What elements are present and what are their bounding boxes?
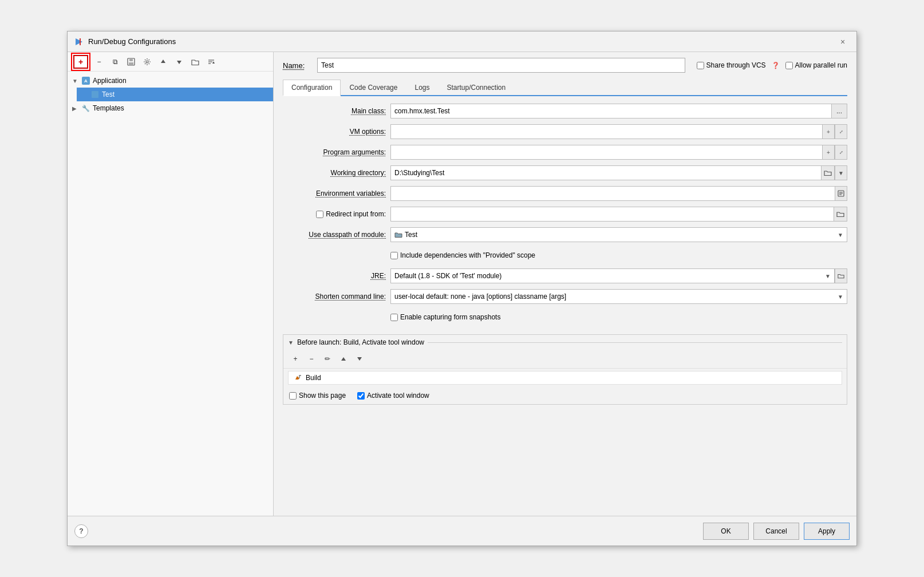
vm-options-input-wrapper: + ⤢: [390, 124, 847, 139]
allow-parallel-label[interactable]: Allow parallel run: [785, 61, 847, 69]
classpath-row: Use classpath of module: Test ▼: [283, 227, 847, 243]
before-launch-up-button[interactable]: [336, 352, 351, 366]
close-button[interactable]: ×: [836, 35, 850, 49]
activate-window-label[interactable]: Activate tool window: [357, 392, 429, 400]
program-args-row: Program arguments: + ⤢: [283, 144, 847, 160]
apply-button[interactable]: Apply: [804, 523, 850, 540]
main-class-row: Main class: ...: [283, 103, 847, 119]
tree-application-node[interactable]: ▼ A Application: [68, 74, 273, 88]
main-class-browse-button[interactable]: ...: [831, 104, 847, 118]
section-divider: [428, 342, 842, 343]
include-deps-label[interactable]: Include dependencies with "Provided" sco…: [390, 251, 535, 259]
program-args-label: Program arguments:: [283, 148, 386, 156]
templates-icon: 🔧: [81, 104, 90, 113]
jre-input-wrapper: Default (1.8 - SDK of 'Test' module) ▼: [390, 268, 847, 283]
shorten-cmd-row: Shorten command line: user-local default…: [283, 288, 847, 305]
vm-options-input[interactable]: [390, 124, 822, 139]
env-vars-row: Environment variables:: [283, 185, 847, 201]
classpath-dropdown-arrow: ▼: [838, 232, 843, 238]
env-vars-browse-button[interactable]: [835, 186, 847, 201]
working-dir-input[interactable]: [390, 165, 821, 180]
jre-row: JRE: Default (1.8 - SDK of 'Test' module…: [283, 268, 847, 284]
dialog-title: Run/Debug Configurations: [88, 37, 176, 46]
templates-label: Templates: [93, 104, 124, 112]
save-config-button[interactable]: [124, 55, 139, 69]
before-launch-arrow: ▼: [288, 339, 294, 346]
jre-browse-button[interactable]: [835, 268, 847, 283]
move-up-button[interactable]: [156, 55, 171, 69]
right-options: Share through VCS ❓ Allow parallel run: [697, 61, 847, 69]
env-vars-input[interactable]: [390, 186, 835, 201]
redirect-input-checkbox-label[interactable]: Redirect input from:: [283, 210, 386, 218]
show-page-label[interactable]: Show this page: [289, 392, 346, 400]
configuration-form: Main class: ... VM options: + ⤢: [283, 103, 847, 325]
help-button[interactable]: ?: [74, 524, 88, 538]
show-page-checkbox[interactable]: [289, 392, 297, 400]
redirect-input-browse-button[interactable]: [834, 207, 847, 222]
left-panel: + − ⧉: [68, 52, 274, 516]
config-tabs: Configuration Code Coverage Logs Startup…: [283, 80, 847, 96]
working-dir-dropdown-button[interactable]: ▼: [835, 165, 847, 180]
name-input[interactable]: [317, 58, 685, 73]
before-launch-edit-button[interactable]: ✏: [320, 352, 335, 366]
add-button-highlight: +: [71, 53, 90, 71]
ok-button[interactable]: OK: [703, 523, 749, 540]
config-tree: ▼ A Application Test ▶: [68, 72, 273, 516]
redirect-input-field[interactable]: [390, 207, 834, 222]
folder-button[interactable]: [188, 55, 203, 69]
activate-window-checkbox[interactable]: [357, 392, 365, 400]
redirect-input-checkbox[interactable]: [316, 211, 323, 218]
before-launch-add-button[interactable]: +: [288, 352, 303, 366]
application-label: Application: [93, 77, 127, 85]
tab-code-coverage[interactable]: Code Coverage: [341, 80, 406, 95]
classpath-dropdown[interactable]: Test ▼: [390, 227, 847, 242]
dialog-icon: [74, 37, 84, 46]
build-label: Build: [306, 374, 321, 382]
dialog-footer: ? OK Cancel Apply: [68, 516, 856, 546]
sort-button[interactable]: [204, 55, 219, 69]
tree-test-node[interactable]: Test: [77, 88, 273, 101]
add-config-button[interactable]: +: [73, 55, 88, 69]
vm-options-expand-button[interactable]: ⤢: [835, 124, 847, 139]
share-vcs-checkbox[interactable]: [697, 62, 704, 69]
before-launch-remove-button[interactable]: −: [304, 352, 319, 366]
program-args-add-button[interactable]: +: [822, 145, 835, 160]
before-launch-down-button[interactable]: [352, 352, 367, 366]
copy-config-button[interactable]: ⧉: [108, 55, 123, 69]
share-vcs-label[interactable]: Share through VCS: [697, 61, 766, 69]
templates-arrow: ▶: [72, 105, 81, 112]
application-icon: A: [81, 76, 90, 85]
tab-configuration[interactable]: Configuration: [283, 80, 341, 96]
tree-templates-node[interactable]: ▶ 🔧 Templates: [68, 101, 273, 115]
working-dir-browse-button[interactable]: [821, 165, 835, 180]
tab-logs[interactable]: Logs: [406, 80, 438, 95]
vm-options-add-button[interactable]: +: [822, 124, 835, 139]
enable-snapshots-checkbox[interactable]: [390, 314, 398, 321]
shorten-cmd-dropdown[interactable]: user-local default: none - java [options…: [390, 289, 847, 304]
allow-parallel-checkbox[interactable]: [785, 62, 793, 69]
test-label: Test: [102, 90, 114, 98]
tab-startup-connection[interactable]: Startup/Connection: [438, 80, 514, 95]
svg-rect-1: [80, 38, 81, 45]
cancel-button[interactable]: Cancel: [753, 523, 799, 540]
run-debug-dialog: Run/Debug Configurations × + − ⧉: [67, 31, 857, 546]
name-field-label: Name:: [283, 61, 311, 70]
before-launch-title: Before launch: Build, Activate tool wind…: [297, 338, 424, 346]
shorten-cmd-arrow: ▼: [838, 294, 843, 300]
env-vars-input-wrapper: [390, 186, 847, 201]
jre-label: JRE:: [283, 272, 386, 280]
before-launch-toolbar: + − ✏: [283, 350, 847, 369]
include-deps-checkbox[interactable]: [390, 252, 398, 259]
main-class-input[interactable]: [390, 104, 831, 118]
program-args-input[interactable]: [390, 145, 822, 160]
jre-dropdown[interactable]: Default (1.8 - SDK of 'Test' module) ▼: [390, 268, 835, 283]
remove-config-button[interactable]: −: [92, 55, 106, 69]
right-panel: Name: Share through VCS ❓ Allow parallel…: [274, 52, 856, 516]
move-down-button[interactable]: [172, 55, 187, 69]
left-toolbar: + − ⧉: [68, 52, 273, 72]
enable-snapshots-label[interactable]: Enable capturing form snapshots: [390, 313, 500, 321]
settings-button[interactable]: [140, 55, 155, 69]
svg-marker-16: [341, 357, 346, 361]
program-args-expand-button[interactable]: ⤢: [835, 145, 847, 160]
svg-rect-3: [129, 58, 133, 61]
